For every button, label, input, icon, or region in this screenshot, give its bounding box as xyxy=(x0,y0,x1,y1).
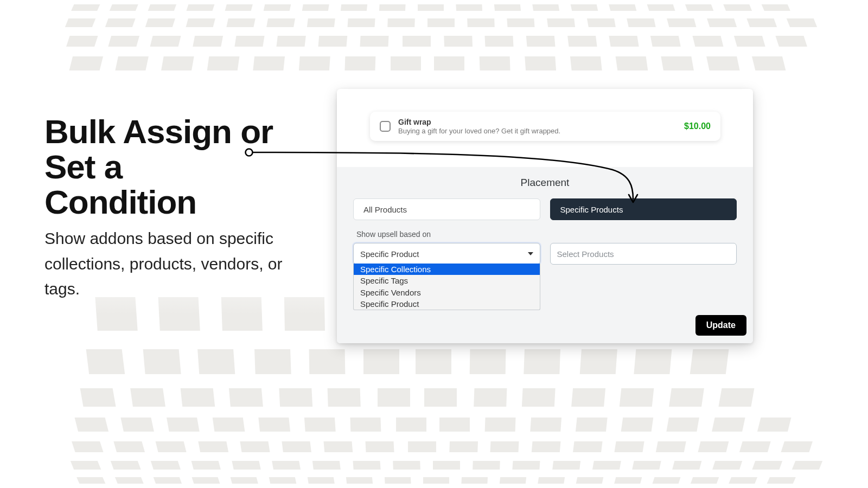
svg-rect-42 xyxy=(234,36,264,47)
svg-rect-117 xyxy=(365,441,394,452)
svg-rect-81 xyxy=(423,477,449,484)
svg-rect-9 xyxy=(418,4,444,11)
svg-rect-30 xyxy=(507,18,534,27)
svg-rect-92 xyxy=(111,461,141,470)
svg-rect-16 xyxy=(685,4,713,11)
svg-rect-43 xyxy=(276,36,305,47)
svg-rect-125 xyxy=(698,441,729,452)
gift-wrap-text: Gift wrap Buying a gift for your loved o… xyxy=(398,118,684,135)
svg-rect-90 xyxy=(767,477,796,484)
svg-rect-166 xyxy=(524,349,560,374)
svg-rect-119 xyxy=(449,441,478,452)
chevron-down-icon xyxy=(528,252,533,255)
dropdown-option-vendors[interactable]: Specific Vendors xyxy=(354,287,540,298)
dropdown-option-collections[interactable]: Specific Collections xyxy=(354,264,540,275)
svg-rect-135 xyxy=(396,418,426,432)
svg-rect-171 xyxy=(158,297,200,331)
tab-all-products[interactable]: All Products xyxy=(353,198,540,220)
svg-rect-93 xyxy=(151,461,181,470)
svg-rect-2 xyxy=(148,4,176,11)
svg-rect-97 xyxy=(312,461,341,470)
svg-rect-77 xyxy=(269,477,297,484)
gift-wrap-description: Buying a gift for your loved one? Get it… xyxy=(398,127,684,135)
svg-rect-142 xyxy=(712,418,745,432)
svg-rect-78 xyxy=(308,477,335,484)
svg-rect-58 xyxy=(161,56,194,70)
svg-rect-40 xyxy=(150,36,181,47)
svg-rect-172 xyxy=(221,297,263,331)
svg-rect-39 xyxy=(108,36,139,47)
svg-rect-123 xyxy=(614,441,644,452)
upsell-basis-dropdown: Specific Collections Specific Tags Speci… xyxy=(353,264,540,310)
svg-rect-25 xyxy=(307,18,335,27)
svg-rect-14 xyxy=(609,4,636,11)
svg-rect-49 xyxy=(526,36,556,47)
svg-rect-94 xyxy=(192,461,221,470)
svg-rect-5 xyxy=(264,4,291,11)
gift-wrap-checkbox[interactable] xyxy=(380,121,391,132)
svg-rect-21 xyxy=(145,18,175,27)
svg-rect-96 xyxy=(272,461,301,470)
svg-rect-141 xyxy=(666,418,699,432)
svg-rect-47 xyxy=(444,36,473,47)
svg-rect-127 xyxy=(781,441,812,452)
svg-rect-151 xyxy=(424,388,457,407)
svg-rect-0 xyxy=(71,4,100,11)
update-button[interactable]: Update xyxy=(695,315,746,336)
svg-rect-136 xyxy=(439,418,470,432)
svg-rect-31 xyxy=(547,18,575,27)
svg-rect-4 xyxy=(225,4,253,11)
svg-rect-133 xyxy=(304,418,336,432)
svg-rect-160 xyxy=(197,349,235,374)
svg-rect-113 xyxy=(198,441,228,452)
svg-rect-112 xyxy=(156,441,187,452)
select-products-input[interactable]: Select Products xyxy=(550,243,737,265)
svg-rect-10 xyxy=(456,4,482,11)
dropdown-option-tags[interactable]: Specific Tags xyxy=(354,275,540,286)
upsell-basis-select[interactable]: Specific Product xyxy=(353,243,540,265)
svg-rect-150 xyxy=(378,388,410,407)
dropdown-option-product[interactable]: Specific Product xyxy=(354,298,540,310)
svg-rect-124 xyxy=(656,441,686,452)
svg-rect-152 xyxy=(474,388,507,407)
svg-rect-17 xyxy=(723,4,752,11)
svg-rect-126 xyxy=(739,441,771,452)
svg-rect-15 xyxy=(647,4,675,11)
svg-rect-54 xyxy=(734,36,765,47)
svg-rect-6 xyxy=(302,4,329,11)
svg-rect-23 xyxy=(226,18,255,27)
hero-title: Bulk Assign or Set a Condition xyxy=(44,114,316,220)
svg-rect-86 xyxy=(614,477,642,484)
select-products-placeholder: Select Products xyxy=(557,249,614,259)
svg-rect-88 xyxy=(691,477,719,484)
svg-rect-154 xyxy=(571,388,605,407)
svg-rect-111 xyxy=(113,441,145,452)
svg-rect-80 xyxy=(385,477,411,484)
svg-rect-48 xyxy=(484,36,513,47)
svg-rect-7 xyxy=(341,4,367,11)
placement-section: Placement All Products Specific Products… xyxy=(337,167,753,343)
svg-rect-44 xyxy=(318,36,347,47)
svg-rect-71 xyxy=(752,56,786,70)
svg-rect-85 xyxy=(576,477,604,484)
svg-rect-98 xyxy=(353,461,381,470)
svg-rect-101 xyxy=(473,461,500,470)
svg-rect-116 xyxy=(323,441,353,452)
svg-rect-121 xyxy=(532,441,561,452)
tab-specific-products[interactable]: Specific Products xyxy=(550,198,737,220)
svg-rect-143 xyxy=(757,418,791,432)
svg-rect-165 xyxy=(470,349,506,374)
svg-rect-122 xyxy=(573,441,602,452)
svg-rect-37 xyxy=(787,18,817,27)
svg-rect-74 xyxy=(154,477,182,484)
svg-rect-75 xyxy=(192,477,220,484)
hero-copy: Bulk Assign or Set a Condition Show addo… xyxy=(44,114,316,302)
svg-rect-115 xyxy=(282,441,311,452)
svg-rect-28 xyxy=(427,18,455,27)
svg-rect-65 xyxy=(480,56,510,70)
svg-rect-24 xyxy=(266,18,295,27)
svg-rect-140 xyxy=(621,418,654,432)
svg-rect-129 xyxy=(120,418,154,432)
svg-rect-11 xyxy=(494,4,521,11)
svg-rect-114 xyxy=(240,441,270,452)
